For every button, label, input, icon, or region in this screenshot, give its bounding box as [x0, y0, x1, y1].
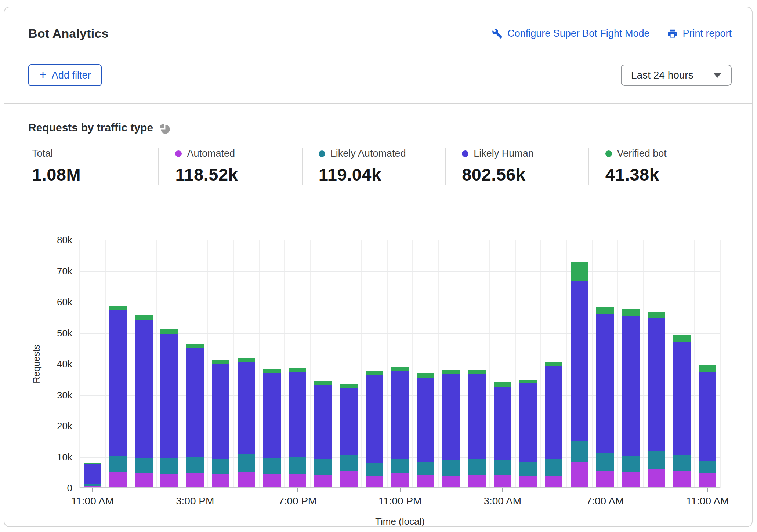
y-axis-labels: 010k20k30k40k50k60k70k80k [21, 240, 72, 488]
bar-segment-automated [340, 471, 358, 487]
x-tick-label: 7:00 PM [278, 495, 316, 507]
bar-segment-likely-automated [391, 459, 409, 473]
bar-segment-automated [366, 476, 383, 487]
page-title: Bot Analytics [28, 26, 109, 41]
bar-4-00-pm[interactable] [212, 360, 229, 487]
bar-segment-verified-bot [442, 370, 460, 374]
bar-segment-automated [468, 475, 486, 487]
bar-1-00-pm[interactable] [135, 315, 153, 487]
bar-8-00-am[interactable] [622, 309, 640, 487]
bar-9-00-am[interactable] [648, 312, 665, 487]
bar-8-00-pm[interactable] [314, 381, 332, 487]
bar-segment-likely-human [699, 372, 716, 461]
x-axis-title: Time (local) [375, 516, 425, 527]
chevron-down-icon [713, 73, 721, 78]
bar-segment-likely-automated [160, 458, 178, 473]
bar-segment-automated [673, 471, 691, 487]
bar-segment-verified-bot [340, 384, 358, 388]
bar-2-00-am[interactable] [468, 370, 486, 487]
bar-segment-automated [160, 474, 178, 487]
bar-segment-likely-human [263, 373, 281, 458]
bar-4-00-am[interactable] [519, 380, 537, 487]
bar-11-00-am[interactable] [84, 463, 101, 487]
bar-11-00-am[interactable] [699, 365, 716, 487]
plus-icon: + [39, 68, 47, 81]
bar-7-00-am[interactable] [596, 307, 614, 487]
bar-segment-verified-bot [160, 329, 178, 334]
bar-10-00-pm[interactable] [366, 371, 383, 487]
bar-segment-likely-automated [571, 441, 588, 462]
configure-link-label: Configure Super Bot Fight Mode [507, 28, 649, 39]
printer-icon [667, 28, 678, 39]
x-tick-mark [92, 488, 93, 492]
bar-segment-likely-automated [340, 455, 358, 471]
automated-legend-dot [175, 150, 182, 157]
x-tick-mark [707, 488, 708, 492]
bar-10-00-am[interactable] [673, 335, 691, 487]
bar-2-00-pm[interactable] [160, 329, 178, 487]
bar-segment-verified-bot [212, 360, 229, 364]
bar-segment-likely-automated [622, 456, 640, 473]
x-tick-label: 3:00 PM [176, 495, 214, 507]
stat-label: Total [32, 148, 53, 159]
add-filter-button[interactable]: + Add filter [28, 64, 102, 86]
bar-segment-verified-bot [622, 309, 640, 316]
stat-total: Total 1.08M [28, 148, 158, 185]
bar-5-00-am[interactable] [545, 362, 562, 487]
bot-analytics-card: Bot Analytics Configure Super Bot Fight … [4, 7, 753, 527]
gridline [80, 240, 720, 240]
bar-1-00-am[interactable] [442, 370, 460, 487]
configure-super-bot-fight-mode-link[interactable]: Configure Super Bot Fight Mode [492, 28, 649, 39]
y-tick-label: 20k [21, 420, 72, 432]
bar-segment-verified-bot [673, 335, 691, 342]
stat-value: 802.56k [462, 164, 588, 185]
bar-5-00-pm[interactable] [238, 358, 255, 487]
bar-segment-automated [699, 473, 716, 487]
bar-segment-likely-automated [442, 460, 460, 476]
bar-12-00-pm[interactable] [109, 306, 127, 487]
bar-segment-likely-automated [289, 457, 306, 474]
y-tick-label: 70k [21, 266, 72, 277]
x-tick-mark [605, 488, 605, 492]
bar-3-00-pm[interactable] [186, 344, 204, 487]
bar-segment-verified-bot [109, 306, 127, 310]
bar-segment-automated [596, 471, 614, 487]
bar-segment-likely-human [494, 387, 511, 460]
bar-segment-likely-human [186, 348, 204, 457]
bar-11-00-pm[interactable] [391, 367, 409, 487]
bar-segment-verified-bot [596, 307, 614, 314]
bar-segment-verified-bot [186, 344, 204, 348]
bar-6-00-am[interactable] [571, 262, 588, 487]
bar-12-00-am[interactable] [417, 373, 434, 487]
stat-value: 1.08M [32, 164, 158, 185]
bar-segment-likely-human [289, 372, 306, 457]
bar-segment-verified-bot [289, 368, 306, 372]
bar-9-00-pm[interactable] [340, 384, 358, 487]
bar-segment-likely-human [648, 318, 665, 451]
bar-7-00-pm[interactable] [289, 368, 306, 487]
stat-value: 119.04k [319, 164, 445, 185]
bar-segment-automated [186, 473, 204, 487]
bar-3-00-am[interactable] [494, 382, 511, 487]
x-tick-label: 11:00 PM [378, 495, 422, 507]
bar-segment-automated [135, 473, 153, 487]
x-tick-mark [297, 488, 298, 492]
bar-segment-likely-human [238, 362, 255, 454]
bar-segment-likely-automated [545, 459, 562, 475]
bar-segment-verified-bot [519, 380, 537, 383]
bar-segment-likely-automated [212, 459, 229, 474]
bar-segment-likely-automated [314, 459, 332, 475]
x-tick-label: 11:00 AM [71, 495, 114, 507]
bar-segment-likely-human [571, 281, 588, 441]
stat-verified-bot: Verified bot 41.38k [588, 148, 732, 185]
bar-segment-likely-automated [673, 455, 691, 471]
time-range-dropdown[interactable]: Last 24 hours [621, 65, 732, 86]
stat-likely-human: Likely Human 802.56k [445, 148, 588, 185]
y-tick-label: 30k [21, 390, 72, 401]
x-axis-line [80, 487, 720, 488]
print-report-link[interactable]: Print report [667, 28, 732, 39]
bar-segment-automated [263, 474, 281, 487]
bar-segment-likely-automated [263, 458, 281, 474]
bar-segment-likely-automated [238, 454, 255, 472]
bar-6-00-pm[interactable] [263, 369, 281, 487]
